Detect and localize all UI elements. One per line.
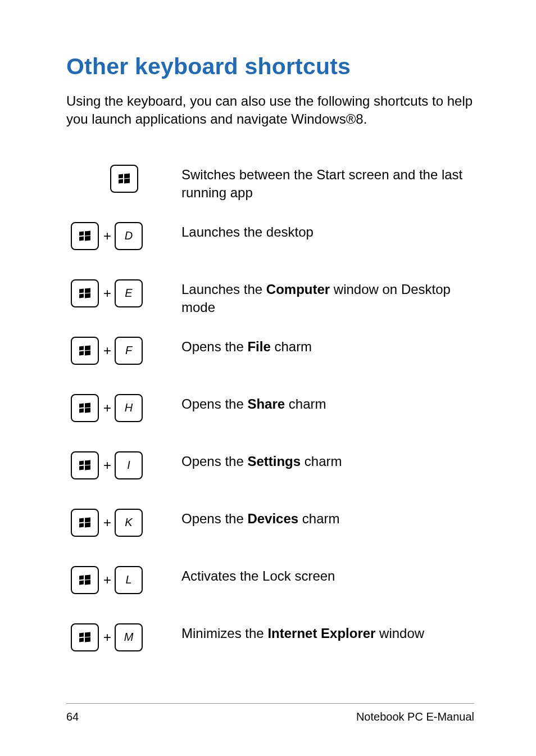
- plus-icon: +: [103, 458, 111, 473]
- windows-key-icon: [110, 165, 138, 193]
- shortcut-keys: + F: [66, 336, 181, 365]
- shortcut-row: + E Launches the Computer window on Desk…: [66, 278, 474, 336]
- windows-key-icon: [71, 337, 99, 365]
- plus-icon: +: [103, 630, 111, 645]
- plus-icon: +: [103, 228, 111, 244]
- shortcut-keys: + D: [66, 221, 181, 250]
- letter-key: F: [115, 337, 143, 365]
- intro-text: Using the keyboard, you can also use the…: [66, 92, 474, 129]
- plus-icon: +: [103, 400, 111, 416]
- shortcut-desc: Launches the desktop: [181, 221, 314, 241]
- letter-key: K: [115, 509, 143, 537]
- shortcut-keys: [66, 164, 181, 193]
- shortcut-keys: + E: [66, 278, 181, 307]
- plus-icon: +: [103, 286, 111, 301]
- shortcut-row: + I Opens the Settings charm: [66, 450, 474, 508]
- shortcut-desc: Activates the Lock screen: [181, 565, 335, 585]
- windows-key-icon: [71, 623, 99, 651]
- shortcut-keys: + K: [66, 508, 181, 537]
- shortcut-desc: Opens the Share charm: [181, 393, 326, 413]
- shortcut-desc: Minimizes the Internet Explorer window: [181, 622, 424, 642]
- shortcuts-list: Switches between the Start screen and th…: [66, 164, 474, 680]
- shortcut-desc: Opens the File charm: [181, 336, 312, 356]
- letter-key: E: [115, 279, 143, 307]
- shortcut-row: + F Opens the File charm: [66, 336, 474, 393]
- shortcut-keys: + I: [66, 450, 181, 479]
- letter-key: H: [115, 394, 143, 422]
- shortcut-keys: + H: [66, 393, 181, 422]
- windows-key-icon: [71, 509, 99, 537]
- plus-icon: +: [103, 515, 111, 531]
- letter-key: D: [115, 222, 143, 250]
- shortcut-desc: Launches the Computer window on Desktop …: [181, 278, 474, 317]
- windows-key-icon: [71, 451, 99, 479]
- windows-key-icon: [71, 222, 99, 250]
- shortcut-row: + L Activates the Lock screen: [66, 565, 474, 622]
- shortcut-keys: + M: [66, 622, 181, 651]
- windows-key-icon: [71, 394, 99, 422]
- windows-key-icon: [71, 279, 99, 307]
- letter-key: L: [115, 566, 143, 594]
- plus-icon: +: [103, 572, 111, 588]
- page-number: 64: [66, 710, 79, 723]
- shortcut-row: + M Minimizes the Internet Explorer wind…: [66, 622, 474, 680]
- letter-key: M: [115, 623, 143, 651]
- windows-key-icon: [71, 566, 99, 594]
- shortcut-row: + K Opens the Devices charm: [66, 508, 474, 565]
- shortcut-row: Switches between the Start screen and th…: [66, 164, 474, 221]
- shortcut-keys: + L: [66, 565, 181, 594]
- letter-key: I: [115, 451, 143, 479]
- footer-label: Notebook PC E-Manual: [356, 710, 474, 723]
- page-footer: 64 Notebook PC E-Manual: [66, 703, 474, 723]
- plus-icon: +: [103, 343, 111, 359]
- shortcut-desc: Opens the Settings charm: [181, 450, 342, 470]
- shortcut-row: + D Launches the desktop: [66, 221, 474, 278]
- shortcut-desc: Opens the Devices charm: [181, 508, 340, 528]
- page-title: Other keyboard shortcuts: [66, 53, 474, 80]
- shortcut-row: + H Opens the Share charm: [66, 393, 474, 450]
- shortcut-desc: Switches between the Start screen and th…: [181, 164, 474, 202]
